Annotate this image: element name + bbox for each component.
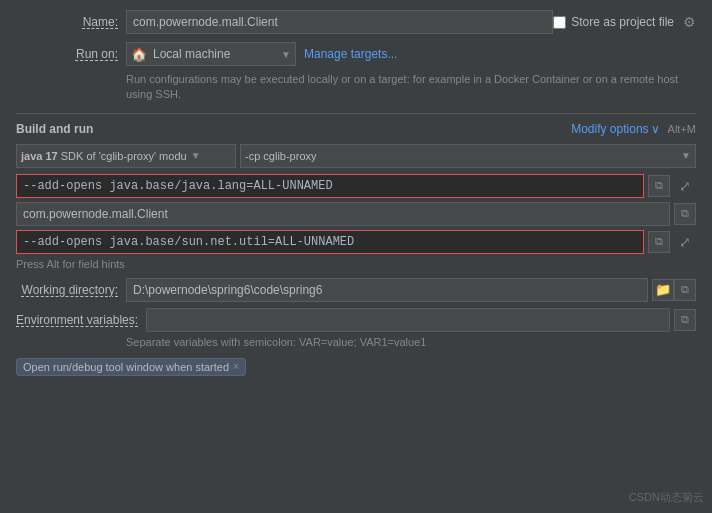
open-debug-tag-label: Open run/debug tool window when started <box>23 361 229 373</box>
vm-options-2-input[interactable] <box>16 230 644 254</box>
cp-dropdown-arrow: ▼ <box>681 150 691 161</box>
working-dir-label: Working directory: <box>16 283 126 297</box>
store-project-label: Store as project file <box>571 15 674 29</box>
vm-options-1-row: ⧉ ⤢ <box>16 174 696 198</box>
working-dir-row: Working directory: 📁 ⧉ <box>16 278 696 302</box>
copy-icon-workdir[interactable]: ⧉ <box>674 279 696 301</box>
copy-icon-2[interactable]: ⧉ <box>648 231 670 253</box>
run-config-dialog: Name: Store as project file ⚙ Run on: 🏠 … <box>0 0 712 513</box>
open-debug-tag: Open run/debug tool window when started … <box>16 358 246 376</box>
run-on-label: Run on: <box>16 47 126 61</box>
vm-options-2-row: ⧉ ⤢ <box>16 230 696 254</box>
main-class-input[interactable] <box>16 202 670 226</box>
field-hint: Press Alt for field hints <box>16 258 696 270</box>
description-text: Run configurations may be executed local… <box>126 72 696 103</box>
name-row: Name: Store as project file ⚙ <box>16 10 696 34</box>
browse-folder-icon[interactable]: 📁 <box>652 279 674 301</box>
sdk-dropdown-arrow: ▼ <box>191 150 201 161</box>
manage-targets-link[interactable]: Manage targets... <box>304 47 397 61</box>
env-input[interactable] <box>146 308 670 332</box>
env-row: Environment variables: ⧉ <box>16 308 696 332</box>
modify-options-area: Modify options ∨ Alt+M <box>571 122 696 136</box>
cp-dropdown[interactable]: -cp cglib-proxy ▼ <box>240 144 696 168</box>
vm-options-1-input[interactable] <box>16 174 644 198</box>
env-hint: Separate variables with semicolon: VAR=v… <box>126 336 696 348</box>
shortcut-label: Alt+M <box>668 123 696 135</box>
expand-icon-1[interactable]: ⤢ <box>674 175 696 197</box>
main-class-row: ⧉ <box>16 202 696 226</box>
copy-icon-1[interactable]: ⧉ <box>648 175 670 197</box>
modify-options-link[interactable]: Modify options ∨ <box>571 122 659 136</box>
settings-icon[interactable]: ⚙ <box>683 14 696 30</box>
name-label: Name: <box>16 15 126 29</box>
run-on-row: Run on: 🏠 Local machine ▼ Manage targets… <box>16 42 696 66</box>
dropdown-arrow-icon: ▼ <box>281 49 291 60</box>
watermark: CSDN动态菊云 <box>629 490 704 505</box>
store-project-checkbox[interactable] <box>553 16 566 29</box>
build-run-section-header: Build and run Modify options ∨ Alt+M <box>16 113 696 136</box>
name-input[interactable] <box>126 10 553 34</box>
run-on-dropdown[interactable]: 🏠 Local machine ▼ <box>126 42 296 66</box>
house-icon: 🏠 <box>131 47 147 62</box>
copy-icon-main[interactable]: ⧉ <box>674 203 696 225</box>
sdk-dropdown[interactable]: java 17 SDK of 'cglib-proxy' modu ▼ <box>16 144 236 168</box>
sdk-row: java 17 SDK of 'cglib-proxy' modu ▼ -cp … <box>16 144 696 168</box>
env-label: Environment variables: <box>16 313 146 327</box>
local-machine-text: Local machine <box>153 47 230 61</box>
build-run-title: Build and run <box>16 122 93 136</box>
store-project-section: Store as project file ⚙ <box>553 14 696 30</box>
copy-icon-env[interactable]: ⧉ <box>674 309 696 331</box>
open-debug-tag-close[interactable]: × <box>233 361 239 372</box>
tags-row: Open run/debug tool window when started … <box>16 358 696 376</box>
chevron-down-icon: ∨ <box>651 122 660 136</box>
working-dir-input[interactable] <box>126 278 648 302</box>
expand-icon-2[interactable]: ⤢ <box>674 231 696 253</box>
